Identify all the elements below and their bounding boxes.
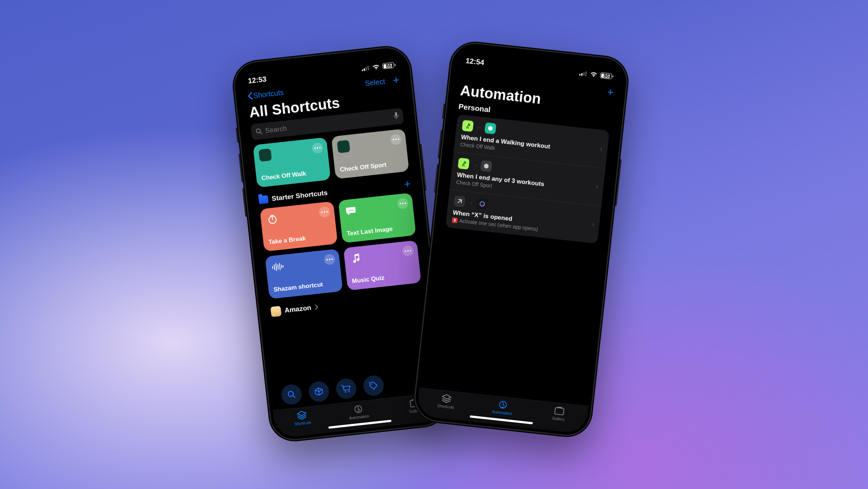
workout-icon (458, 158, 469, 170)
shortcut-tile-music-quiz[interactable]: Music Quiz (343, 240, 421, 290)
battery-indicator: 86 (600, 72, 614, 80)
svg-rect-1 (363, 68, 365, 71)
status-time: 12:53 (248, 75, 267, 85)
tab-shortcuts[interactable]: Shortcuts (280, 408, 325, 428)
arrow-icon: → (476, 124, 482, 130)
automation-icon (497, 400, 509, 410)
svg-point-30 (468, 123, 470, 125)
shortcuts-icon (441, 394, 453, 404)
mic-icon[interactable] (393, 112, 400, 121)
app-icon (337, 140, 350, 153)
search-icon (255, 128, 263, 135)
add-button[interactable]: + (607, 86, 614, 98)
svg-rect-27 (581, 73, 583, 76)
svg-rect-6 (395, 112, 397, 117)
battery-indicator: 86 (382, 62, 396, 69)
phone-right: 12:54 86 + Automation Personal (411, 39, 631, 440)
chevron-right-icon: › (592, 220, 595, 228)
svg-rect-28 (583, 72, 585, 76)
shortcut-tile-take-a-break[interactable]: Take a Break (260, 201, 338, 251)
svg-line-13 (276, 263, 277, 271)
tile-menu-button[interactable] (390, 133, 402, 145)
tab-label: Gallery (552, 416, 565, 422)
tab-bar: Shortcuts Automation Gallery (416, 388, 588, 434)
x-app-icon: X (452, 217, 458, 223)
tile-menu-button[interactable] (324, 254, 336, 265)
svg-point-21 (348, 391, 350, 392)
tab-label: Automation (492, 409, 512, 416)
quick-tag-button[interactable] (362, 374, 385, 397)
folder-icon (258, 195, 268, 204)
tab-shortcuts[interactable]: Shortcuts (424, 392, 469, 411)
shortcut-tile-check-off-sport[interactable]: Check Off Sport (331, 129, 409, 179)
svg-rect-0 (362, 69, 363, 71)
automations-list: → When I end a Walking workout Check Off… (446, 114, 609, 244)
shortcut-tile-shazam[interactable]: Shazam shortcut (265, 249, 343, 299)
quick-cart-button[interactable] (335, 378, 357, 400)
quick-box-button[interactable] (308, 380, 330, 403)
svg-line-19 (293, 395, 295, 397)
add-to-section-button[interactable]: + (404, 178, 411, 190)
arrow-icon: → (472, 162, 478, 168)
tile-label: Shazam shortcut (273, 280, 337, 294)
tab-automation[interactable]: Automation (336, 402, 381, 422)
tab-automation[interactable]: Automation (480, 398, 525, 417)
svg-point-20 (345, 391, 346, 392)
back-label: Shortcuts (253, 88, 284, 100)
cellular-icon (579, 71, 587, 76)
select-button[interactable]: Select (365, 77, 386, 88)
tab-label: Shortcuts (437, 404, 454, 410)
svg-rect-26 (579, 74, 580, 75)
section-label: Amazon (284, 304, 312, 315)
svg-line-12 (274, 265, 275, 270)
amazon-icon (271, 306, 282, 317)
app-icon (258, 148, 272, 162)
app-icon (480, 160, 492, 172)
chevron-right-icon (314, 304, 319, 310)
tile-label: Take a Break (268, 232, 332, 246)
quick-search-button[interactable] (280, 383, 303, 406)
automation-icon (352, 404, 364, 414)
back-button[interactable]: Shortcuts (247, 88, 284, 101)
svg-rect-3 (367, 66, 369, 71)
tile-menu-button[interactable] (397, 197, 409, 209)
svg-rect-29 (585, 71, 587, 76)
waveform-icon (271, 260, 285, 274)
svg-line-14 (278, 265, 278, 269)
timer-icon (265, 212, 280, 227)
tab-label: Shortcuts (294, 420, 311, 426)
wifi-icon (590, 71, 598, 78)
section-label: Starter Shortcuts (271, 189, 328, 203)
svg-rect-2 (366, 67, 367, 71)
app-icon (476, 198, 488, 210)
workout-icon (462, 120, 474, 132)
app-icon (484, 122, 496, 134)
tile-menu-button[interactable] (319, 206, 331, 218)
chevron-right-icon: › (600, 145, 603, 153)
svg-line-15 (280, 263, 280, 270)
gallery-icon (553, 405, 565, 416)
tile-menu-button[interactable] (402, 245, 414, 257)
tile-label: Music Quiz (352, 271, 416, 285)
tile-label: Check Off Sport (340, 160, 404, 174)
add-button[interactable]: + (392, 75, 400, 86)
shortcut-tile-check-off-walk[interactable]: Check Off Walk (253, 137, 331, 187)
wifi-icon (372, 64, 380, 70)
svg-line-16 (281, 265, 282, 268)
tile-menu-button[interactable] (311, 142, 323, 154)
shortcut-tile-text-last-image[interactable]: Text Last Image (338, 193, 416, 243)
svg-rect-35 (554, 408, 564, 415)
svg-line-11 (273, 266, 273, 268)
tab-gallery[interactable]: Gallery (537, 404, 582, 424)
arrow-icon: → (468, 200, 474, 205)
tile-label: Check Off Walk (261, 168, 325, 182)
svg-rect-36 (557, 407, 562, 408)
cellular-icon (361, 65, 370, 71)
chat-icon (344, 204, 358, 218)
open-app-icon (454, 195, 465, 207)
chevron-right-icon: › (596, 183, 599, 191)
tile-label: Text Last Image (346, 224, 410, 238)
music-note-icon (349, 251, 363, 266)
status-time: 12:54 (465, 56, 485, 67)
shortcuts-icon (296, 410, 308, 421)
